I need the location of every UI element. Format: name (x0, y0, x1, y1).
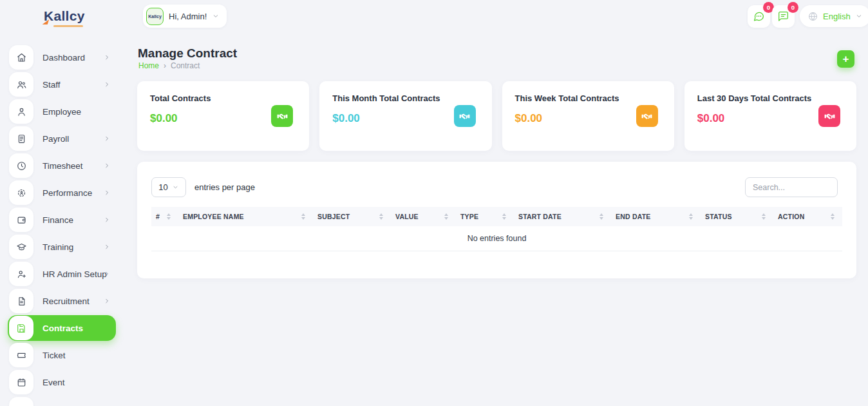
sort-icon (762, 213, 766, 220)
sidebar-item-recruitment[interactable]: Recruitment (0, 287, 126, 314)
stat-card-this-month-total-contracts: This Month Total Contracts $0.00 (319, 81, 491, 151)
page-title: Manage Contract (138, 46, 237, 61)
column-header-subject[interactable]: SUBJECT (313, 213, 391, 220)
sort-icon (379, 213, 383, 220)
chevron-down-icon (855, 12, 863, 20)
sidebar-item-icon-box (9, 99, 33, 124)
sidebar-item-timesheet[interactable]: Timesheet (0, 152, 126, 179)
language-label: English (823, 12, 851, 21)
sidebar-item-icon-box (9, 289, 33, 313)
graduation-cap-icon (16, 242, 27, 253)
sort-icon (831, 213, 835, 220)
search-input[interactable] (745, 177, 838, 197)
user-plus-icon (16, 269, 27, 280)
sidebar-item-label: Recruitment (42, 296, 90, 306)
document-icon (16, 296, 27, 307)
column-header-label: EMPLOYEE NAME (183, 213, 244, 220)
sidebar-item-label: Staff (42, 80, 61, 90)
sidebar-item-event[interactable]: Event (0, 369, 126, 396)
chevron-right-icon (103, 162, 111, 169)
column-header-status[interactable]: STATUS (701, 213, 773, 220)
contract-icon (16, 323, 27, 334)
page-size-select[interactable]: 10 (151, 177, 186, 197)
stat-card-title: Last 30 Days Total Contracts (697, 93, 844, 103)
column-header-label: START DATE (518, 213, 561, 220)
sidebar-item-icon-box (9, 126, 33, 151)
language-selector[interactable]: English (800, 5, 868, 27)
globe-icon (807, 11, 818, 22)
sidebar-item-dashboard[interactable]: Dashboard (0, 44, 126, 71)
sidebar-item-performance[interactable]: Performance (0, 179, 126, 206)
column-header-item[interactable]: # (151, 213, 178, 220)
sidebar-item-contracts[interactable]: Contracts (0, 314, 126, 342)
sidebar-item-icon-box (9, 370, 33, 394)
user-icon (16, 106, 27, 117)
message-lines-icon (777, 10, 789, 23)
sidebar-item-icon-box (9, 343, 33, 367)
sidebar-item-training[interactable]: Training (0, 233, 126, 260)
add-contract-button[interactable]: + (837, 50, 854, 68)
sidebar-item-employee[interactable]: Employee (0, 98, 126, 125)
column-header-employee-name[interactable]: EMPLOYEE NAME (178, 213, 313, 220)
sort-icon (167, 213, 171, 220)
notifications-badge: 0 (788, 2, 798, 13)
sidebar-item-hr-admin-setup[interactable]: HR Admin Setup (0, 260, 126, 287)
column-header-start-date[interactable]: START DATE (514, 213, 611, 220)
sidebar-item-label: Ticket (42, 351, 66, 360)
column-header-label: SUBJECT (317, 213, 350, 220)
chevron-right-icon (103, 53, 111, 61)
breadcrumb-home-link[interactable]: Home (138, 61, 159, 70)
sidebar-item-payroll[interactable]: Payroll (0, 125, 126, 152)
breadcrumb-current: Contract (171, 61, 200, 70)
sidebar-item-icon-box (9, 397, 33, 406)
page-size-value: 10 (158, 182, 167, 192)
sidebar-item-label: Contracts (42, 324, 83, 333)
wallet-icon (16, 215, 27, 226)
sidebar-item-icon-box (9, 180, 33, 205)
stat-cards-row: Total Contracts $0.00 This Month Total C… (137, 81, 856, 151)
sidebar-item-ticket[interactable]: Ticket (0, 342, 126, 369)
sort-icon (689, 213, 693, 220)
stat-card-total-contracts: Total Contracts $0.00 (137, 81, 309, 151)
handshake-icon (636, 105, 658, 127)
chat-bubble-icon (753, 10, 765, 23)
chevron-down-icon (172, 184, 179, 191)
chat-button[interactable]: 0 (748, 5, 770, 28)
sidebar-item-label: Event (42, 378, 65, 387)
sidebar-item-label: Training (42, 242, 73, 252)
handshake-icon (818, 105, 840, 127)
home-icon (16, 52, 27, 63)
users-icon (16, 79, 27, 90)
sidebar-item-label: Performance (42, 188, 92, 198)
sidebar-item-label: Timesheet (42, 161, 83, 171)
column-header-label: STATUS (705, 213, 732, 220)
sidebar-item-icon-box (9, 153, 33, 178)
sidebar-item-icon-box (9, 72, 33, 97)
chevron-right-icon (103, 297, 111, 305)
sidebar-item-label: Payroll (42, 134, 69, 144)
column-header-value[interactable]: VALUE (391, 213, 456, 220)
sidebar-item-finance[interactable]: Finance (0, 206, 126, 233)
column-header-type[interactable]: TYPE (456, 213, 514, 220)
sidebar-item-label: Dashboard (42, 53, 85, 63)
ticket-icon (16, 350, 27, 361)
brand-name: Kallcy (44, 8, 85, 23)
column-header-end-date[interactable]: END DATE (611, 213, 701, 220)
user-menu[interactable]: Kallcy Hi, Admin! (143, 5, 227, 28)
sort-icon (301, 213, 305, 220)
entries-per-page-label: entries per page (194, 182, 255, 192)
sidebar-item-item[interactable] (0, 396, 126, 406)
sidebar-item-icon-box (9, 235, 33, 259)
column-header-label: TYPE (460, 213, 478, 220)
stat-card-last-30-days-total-contracts: Last 30 Days Total Contracts $0.00 (684, 81, 856, 151)
handshake-icon (454, 105, 476, 127)
sidebar-item-label: HR Admin Setup (42, 269, 107, 279)
notifications-button[interactable]: 0 (772, 5, 795, 28)
sidebar-item-staff[interactable]: Staff (0, 71, 126, 98)
sidebar-item-label: Finance (42, 215, 73, 225)
chevron-right-icon (103, 135, 111, 142)
column-header-action[interactable]: ACTION (773, 213, 842, 220)
chevron-right-icon (103, 216, 111, 224)
table-header-row: # EMPLOYEE NAME SUBJECT VALUE TYPE START… (151, 207, 842, 226)
dots-icon (16, 404, 27, 406)
